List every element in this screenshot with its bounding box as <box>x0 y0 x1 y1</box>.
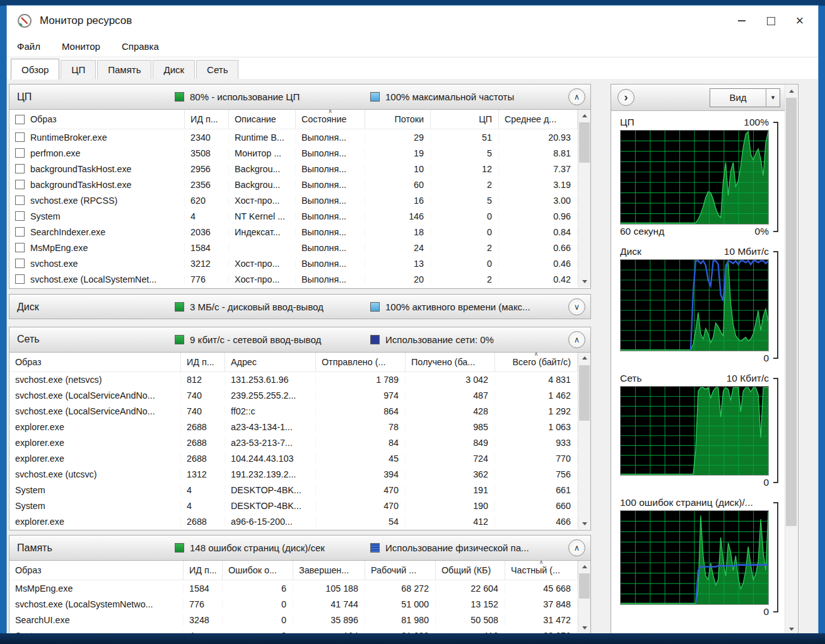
table-row[interactable]: backgroundTaskHost.exe2356Backgrou...Вып… <box>9 177 578 192</box>
tab-network[interactable]: Сеть <box>196 60 238 79</box>
column-header-label: Образ <box>15 565 42 575</box>
scroll-down-button[interactable] <box>578 276 590 288</box>
column-header[interactable]: ИД п... <box>185 110 229 129</box>
table-row[interactable]: explorer.exe2688a23-43-134-1...789851 06… <box>9 419 578 435</box>
table-row[interactable]: MsMpEng.exe1584Выполня...2420.66 <box>9 240 578 255</box>
row-checkbox[interactable] <box>15 196 25 205</box>
row-checkbox[interactable] <box>15 148 25 158</box>
column-header[interactable]: Всего (байт/с)∧ <box>495 353 578 372</box>
row-checkbox[interactable] <box>15 164 25 173</box>
column-header[interactable]: ЦП <box>431 110 499 129</box>
table-row[interactable]: MsMpEng.exe15846105 18868 27222 60445 66… <box>9 580 578 596</box>
column-header[interactable]: Описание <box>229 110 296 129</box>
table-row[interactable]: SearchIndexer.exe2036Индексат...Выполня.… <box>9 224 578 240</box>
tab-disk[interactable]: Диск <box>153 60 195 79</box>
row-checkbox[interactable] <box>15 274 25 284</box>
row-checkbox[interactable] <box>15 227 25 237</box>
panel-scrollbar[interactable] <box>785 85 797 635</box>
cpu-collapse-button[interactable]: ∧ <box>568 88 585 105</box>
cell-text: 2340 <box>190 132 211 143</box>
chart-min-label: 0% <box>755 226 769 237</box>
row-checkbox[interactable] <box>15 243 25 252</box>
column-header[interactable]: Завершен... <box>293 561 365 580</box>
chart-min-label: 0 <box>763 353 769 364</box>
column-header[interactable]: Отправлено (... <box>316 353 406 372</box>
column-header[interactable]: Потоки <box>365 110 431 129</box>
view-dropdown[interactable]: Вид ▾ <box>710 88 780 107</box>
table-row[interactable]: backgroundTaskHost.exe2956Backgrou...Вып… <box>9 161 578 177</box>
cell-text: 2688 <box>187 517 207 527</box>
scroll-down-button[interactable] <box>578 623 590 634</box>
table-row[interactable]: System4DESKTOP-4BK...470190660 <box>9 498 578 514</box>
column-header[interactable]: Общий (КБ) <box>436 561 505 580</box>
tab-memory[interactable]: Память <box>97 60 151 79</box>
menu-item-help[interactable]: Справка <box>122 41 159 52</box>
scroll-up-button[interactable] <box>578 353 590 364</box>
table-row[interactable]: explorer.exe2688a23-53-213-7...84849933 <box>9 435 578 451</box>
column-header[interactable]: ИД п... <box>181 353 225 372</box>
table-row[interactable]: SearchUI.exe3248035 89681 98050 50831 47… <box>9 612 578 628</box>
select-all-checkbox[interactable] <box>15 115 25 124</box>
menu-item-file[interactable]: Файл <box>17 41 40 52</box>
scroll-thumb[interactable] <box>786 98 797 526</box>
row-checkbox[interactable] <box>15 259 25 268</box>
cell: 2 <box>431 243 499 253</box>
memory-collapse-button[interactable]: ∧ <box>568 539 585 556</box>
table-row[interactable]: svchost.exe (utcsvc)1312191.232.139.2...… <box>9 467 578 483</box>
column-header[interactable]: Ошибок о... <box>223 561 293 580</box>
column-header[interactable]: Состояние∧ <box>296 110 365 129</box>
scroll-thumb[interactable] <box>579 365 590 421</box>
column-header[interactable]: ИД п... <box>184 561 223 580</box>
table-row[interactable]: explorer.exe2688104.244.43.10345724770 <box>9 451 578 467</box>
row-checkbox[interactable] <box>15 211 25 221</box>
column-header[interactable]: Получено (ба... <box>406 353 495 372</box>
column-header[interactable]: Частный (...∧ <box>505 561 578 580</box>
scroll-up-button[interactable] <box>578 561 590 572</box>
menu-item-monitor[interactable]: Монитор <box>62 41 100 52</box>
close-button[interactable]: × <box>785 10 814 32</box>
row-checkbox[interactable] <box>15 180 25 189</box>
table-row[interactable]: svchost.exe (LocalSystemNet...776Хост-пр… <box>9 271 578 287</box>
scroll-up-button[interactable] <box>785 85 797 97</box>
cpu-table-scrollbar[interactable] <box>578 110 590 288</box>
tab-cpu[interactable]: ЦП <box>61 60 96 79</box>
cell: 849 <box>406 438 495 448</box>
row-checkbox[interactable] <box>15 132 25 142</box>
cell: 770 <box>495 454 578 464</box>
table-row[interactable]: System4NT Kernel ...Выполня...14600.96 <box>9 208 578 224</box>
table-row[interactable]: svchost.exe (LocalServiceAndNo...740239.… <box>9 388 578 404</box>
cpu-section-header[interactable]: ЦП 80% - использование ЦП 100% максималь… <box>9 85 590 110</box>
table-row[interactable]: svchost.exe (netsvcs)812131.253.61.961 7… <box>9 372 578 388</box>
table-row[interactable]: explorer.exe2688a96-6-15-200...54412466 <box>9 514 578 530</box>
cell-text: 0.96 <box>553 211 571 221</box>
column-header[interactable]: Среднее д... <box>499 110 578 129</box>
table-row[interactable]: RuntimeBroker.exe2340Runtime B...Выполня… <box>9 129 578 145</box>
table-row[interactable]: svchost.exe (LocalSystemNetwo...776041 7… <box>9 596 578 612</box>
table-row[interactable]: svchost.exe3212Хост-про...Выполня...1300… <box>9 255 578 271</box>
column-header[interactable]: Адрес <box>225 353 316 372</box>
minimize-button[interactable] <box>727 10 756 32</box>
table-row[interactable]: svchost.exe (LocalServiceAndNo...740ff02… <box>9 404 578 419</box>
memory-table-scrollbar[interactable] <box>578 561 590 634</box>
column-header[interactable]: Образ <box>9 110 185 129</box>
table-row[interactable]: svchost.exe (RPCSS)620Хост-про...Выполня… <box>9 192 578 208</box>
panel-collapse-button[interactable]: › <box>617 89 635 106</box>
scroll-up-button[interactable] <box>578 110 590 121</box>
scroll-thumb[interactable] <box>579 122 590 163</box>
column-header[interactable]: Рабочий ... <box>365 561 436 580</box>
network-table-scrollbar[interactable] <box>578 353 590 530</box>
network-collapse-button[interactable]: ∧ <box>568 331 585 348</box>
disk-expand-button[interactable]: ∨ <box>568 298 585 315</box>
scroll-down-button[interactable] <box>578 518 590 529</box>
table-row[interactable]: System4DESKTOP-4BK...470191661 <box>9 483 578 498</box>
network-section-header[interactable]: Сеть 9 кбит/с - сетевой ввод-вывод Испол… <box>9 327 590 353</box>
disk-section-header[interactable]: Диск 3 МБ/с - дисковый ввод-вывод 100% а… <box>9 295 590 319</box>
tab-overview[interactable]: Обзор <box>11 59 59 79</box>
memory-section-header[interactable]: Память 148 ошибок страниц (диск)/сек Исп… <box>9 536 590 561</box>
maximize-button[interactable] <box>756 10 785 32</box>
table-row[interactable]: perfmon.exe3508Монитор ...Выполня...1958… <box>9 145 578 161</box>
scroll-thumb[interactable] <box>579 573 590 599</box>
disk-active-legend: 100% активного времени (макс... <box>370 302 568 312</box>
column-header[interactable]: Образ <box>9 561 184 580</box>
column-header[interactable]: Образ <box>9 353 181 372</box>
